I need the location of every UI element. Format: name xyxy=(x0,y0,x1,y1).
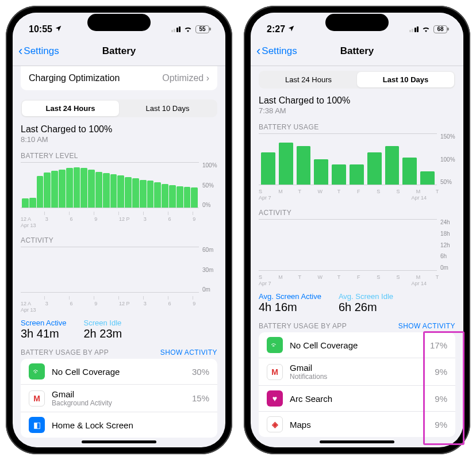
screen-active-label: Screen Active xyxy=(21,319,67,327)
y-tick: 24h xyxy=(440,219,455,225)
usage-by-app-header: BATTERY USAGE BY APP xyxy=(259,322,347,330)
avg-screen-idle-label: Avg. Screen Idle xyxy=(339,292,393,301)
app-subtitle: Background Activity xyxy=(52,399,192,407)
chevron-left-icon: ‹ xyxy=(256,44,260,59)
content-left[interactable]: Charging Optimization Optimized › Last 2… xyxy=(13,66,225,447)
y-tick: 6h xyxy=(440,253,455,259)
app-row[interactable]: M Gmail Background Activity 15% xyxy=(21,385,217,412)
avg-screen-active-value: 4h 16m xyxy=(259,301,321,314)
battery-level-chart[interactable]: 100% 50% 0% xyxy=(21,162,217,208)
back-label: Settings xyxy=(262,45,297,57)
app-percentage: 9% xyxy=(435,394,447,404)
time-range-segmented[interactable]: Last 24 Hours Last 10 Days xyxy=(21,99,217,117)
battery-usage-header: BATTERY USAGE xyxy=(259,123,455,131)
screen-active-value: 3h 41m xyxy=(21,327,67,340)
app-row[interactable]: ◧ Home & Lock Screen xyxy=(21,412,217,438)
app-percentage: 9% xyxy=(435,420,447,430)
app-icon: M xyxy=(29,390,45,407)
back-button[interactable]: ‹ Settings xyxy=(18,44,59,59)
page-title: Battery xyxy=(102,45,136,57)
x-sub-label: Apr 13 xyxy=(21,223,217,228)
app-row[interactable]: ᯤ No Cell Coverage 17% xyxy=(259,332,455,358)
app-icon: M xyxy=(267,364,283,380)
tab-24-hours[interactable]: Last 24 Hours xyxy=(260,72,357,87)
x-sub-label: Apr 13 xyxy=(21,307,217,313)
cell-signal-icon xyxy=(171,26,181,32)
app-name: Arc Search xyxy=(290,394,435,404)
screen-idle-label: Screen Idle xyxy=(84,319,122,327)
home-indicator[interactable] xyxy=(82,440,156,443)
avg-screen-active-label: Avg. Screen Active xyxy=(259,292,321,301)
last-charged-label: Last Charged to 100% xyxy=(21,124,217,135)
wifi-icon xyxy=(183,24,193,34)
app-row[interactable]: ♥ Arc Search 9% xyxy=(259,386,455,412)
app-name: Gmail xyxy=(52,389,192,399)
back-button[interactable]: ‹ Settings xyxy=(256,44,297,59)
app-icon: ◧ xyxy=(29,417,45,433)
app-icon: ᯤ xyxy=(29,363,45,379)
y-tick: 18h xyxy=(440,231,455,237)
app-row[interactable]: ᯤ No Cell Coverage 30% xyxy=(21,359,217,385)
nav-bar: ‹ Settings Battery xyxy=(251,40,463,66)
app-usage-list: ᯤ No Cell Coverage 17% M Gmail Notificat… xyxy=(259,332,455,437)
notch xyxy=(325,14,389,31)
app-percentage: 9% xyxy=(435,367,447,377)
battery-usage-chart[interactable]: 150% 100% 50% xyxy=(259,133,455,185)
time-range-segmented[interactable]: Last 24 Hours Last 10 Days xyxy=(259,71,455,89)
x-sub-label: Apr 14 xyxy=(411,281,427,286)
show-activity-button[interactable]: SHOW ACTIVITY xyxy=(160,348,217,356)
y-tick: 100% xyxy=(202,162,217,168)
status-time: 2:27 xyxy=(267,24,285,34)
app-row[interactable]: M Gmail Notifications 9% xyxy=(259,358,455,386)
y-tick: 12h xyxy=(440,242,455,248)
app-name: No Cell Coverage xyxy=(52,367,192,377)
row-label: Charging Optimization xyxy=(29,73,120,83)
charging-optimization-row[interactable]: Charging Optimization Optimized › xyxy=(21,66,217,90)
last-charged-label: Last Charged to 100% xyxy=(259,95,455,106)
app-subtitle: Notifications xyxy=(290,373,435,381)
tab-10-days[interactable]: Last 10 Days xyxy=(119,101,216,116)
battery-icon: 68 xyxy=(433,25,447,33)
y-tick: 100% xyxy=(440,156,455,163)
activity-chart[interactable]: 60m 30m 0m xyxy=(21,247,217,293)
x-sub-label: Apr 7 xyxy=(259,195,271,201)
screen-idle-value: 2h 23m xyxy=(84,327,122,340)
activity-header: ACTIVITY xyxy=(259,209,455,217)
activity-chart[interactable]: 24h 18h 12h 6h 0m xyxy=(259,219,455,271)
phone-frame-left: 10:55 55 ‹ Settings Battery xyxy=(6,6,232,454)
notch xyxy=(87,14,151,31)
x-sub-label: Apr 7 xyxy=(259,281,271,286)
chevron-left-icon: ‹ xyxy=(18,44,22,59)
y-tick: 150% xyxy=(440,133,455,140)
app-name: Home & Lock Screen xyxy=(52,420,209,430)
app-name: No Cell Coverage xyxy=(290,340,430,350)
tab-10-days[interactable]: Last 10 Days xyxy=(357,72,454,87)
status-time: 10:55 xyxy=(29,24,52,34)
app-row[interactable]: ◈ Maps 9% xyxy=(259,412,455,437)
y-tick: 0m xyxy=(202,286,217,293)
back-label: Settings xyxy=(24,45,59,57)
battery-icon: 55 xyxy=(195,25,209,33)
app-percentage: 15% xyxy=(192,393,209,403)
battery-level-header: BATTERY LEVEL xyxy=(21,152,217,160)
location-icon xyxy=(55,24,62,34)
activity-header: ACTIVITY xyxy=(21,236,217,244)
screen-left: 10:55 55 ‹ Settings Battery xyxy=(13,13,225,447)
content-right[interactable]: Last 24 Hours Last 10 Days Last Charged … xyxy=(251,66,463,447)
screen-right: 2:27 68 ‹ Settings Battery xyxy=(251,13,463,447)
app-percentage: 17% xyxy=(430,340,447,350)
last-charged-time: 8:10 AM xyxy=(21,135,217,144)
tab-24-hours[interactable]: Last 24 Hours xyxy=(22,101,119,116)
wifi-icon xyxy=(421,24,431,34)
location-icon xyxy=(287,24,295,34)
show-activity-button[interactable]: SHOW ACTIVITY xyxy=(398,322,455,330)
app-icon: ᯤ xyxy=(267,337,283,353)
app-usage-list: ᯤ No Cell Coverage 30% M Gmail Backgroun… xyxy=(21,359,217,438)
page-title: Battery xyxy=(340,45,374,57)
y-tick: 50% xyxy=(202,182,217,189)
avg-screen-idle-value: 6h 26m xyxy=(339,301,393,314)
usage-by-app-header: BATTERY USAGE BY APP xyxy=(21,348,109,356)
y-tick: 30m xyxy=(202,267,217,273)
home-indicator[interactable] xyxy=(320,440,394,443)
cell-signal-icon xyxy=(409,26,419,32)
